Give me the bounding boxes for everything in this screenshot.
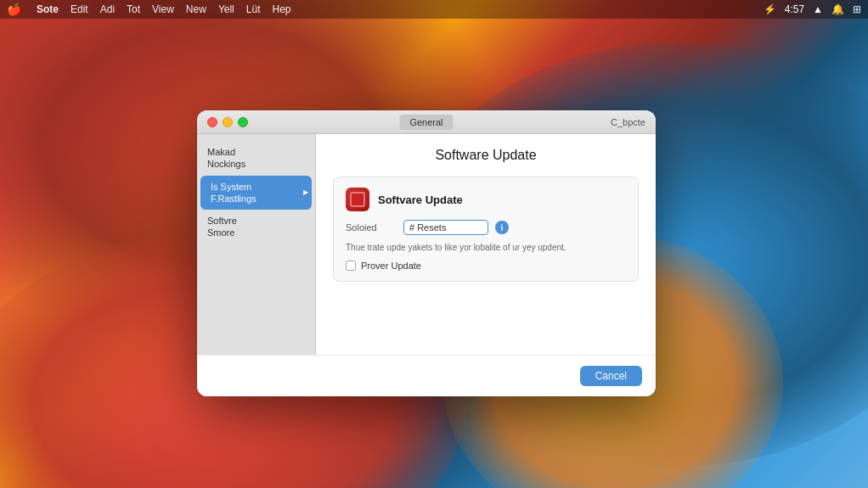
menubar-battery-icon: ⚡ (764, 3, 776, 15)
menubar-time: 4:57 (785, 3, 804, 15)
menubar: 🍎 Sote Edit Adi Tot View New Yell Lüt He… (0, 0, 868, 19)
desktop: 🍎 Sote Edit Adi Tot View New Yell Lüt He… (0, 0, 868, 488)
sidebar-item-system[interactable]: Is SystemF.Rastlings (200, 176, 312, 210)
menubar-wifi-icon: ▲ (813, 3, 823, 15)
update-app-title: Softvare Update (378, 194, 463, 206)
sidebar-item-softvre[interactable]: SoftvreSmore (197, 210, 315, 244)
menu-item-yell[interactable]: Yell (218, 3, 234, 15)
sidebar: MakadNockings Is SystemF.Rastlings Softv… (197, 134, 316, 355)
apple-menu-icon[interactable]: 🍎 (7, 3, 21, 16)
menu-item-lut[interactable]: Lüt (246, 3, 261, 15)
window-footer: Cancel (197, 355, 656, 396)
minimize-button[interactable] (223, 117, 233, 127)
update-section: Softvare Update Soloied i Thue trate upd… (333, 177, 639, 282)
menu-item-adi[interactable]: Adi (100, 3, 115, 15)
menubar-left: 🍎 Sote Edit Adi Tot View New Yell Lüt He… (7, 3, 291, 16)
menu-item-tot[interactable]: Tot (127, 3, 140, 15)
update-header: Softvare Update (346, 188, 626, 211)
tab-general[interactable]: General (399, 115, 453, 130)
system-preferences-window: System General C_bpcte MakadNockings Is … (197, 110, 656, 396)
update-app-icon (346, 188, 369, 211)
menubar-control-center-icon[interactable]: ⊞ (853, 3, 861, 15)
section-title: Software Update (333, 148, 639, 163)
window-body: MakadNockings Is SystemF.Rastlings Softv… (197, 134, 656, 355)
source-label: Soloied (346, 222, 397, 233)
source-row: Soloied i (346, 220, 626, 235)
window-titlebar: System General C_bpcte (197, 110, 656, 134)
main-content: Software Update Softvare Update Soloied … (316, 134, 656, 355)
checkbox-row: Prover Update (346, 261, 626, 271)
sidebar-item-makad-label: MakadNockings (207, 146, 245, 171)
menu-item-hep[interactable]: Hep (272, 3, 290, 15)
prover-update-label: Prover Update (361, 261, 421, 271)
maximize-button[interactable] (238, 117, 248, 127)
sidebar-item-system-label: Is SystemF.Rastlings (211, 181, 256, 205)
tab-cbpcte[interactable]: C_bpcte (611, 117, 645, 127)
update-description: Thue trate upde yakets to like yor lobal… (346, 242, 626, 254)
source-input[interactable] (403, 220, 488, 235)
menu-item-view[interactable]: View (152, 3, 174, 15)
menubar-notification-icon: 🔔 (831, 3, 844, 15)
info-icon[interactable]: i (495, 221, 509, 234)
traffic-lights (207, 117, 248, 127)
update-icon-inner (350, 192, 365, 207)
menu-item-sote[interactable]: Sote (37, 3, 59, 15)
sidebar-item-makad[interactable]: MakadNockings (197, 141, 315, 176)
menubar-right: ⚡ 4:57 ▲ 🔔 ⊞ (764, 3, 861, 15)
cancel-button[interactable]: Cancel (580, 366, 642, 386)
menu-item-new[interactable]: New (186, 3, 206, 15)
close-button[interactable] (207, 117, 217, 127)
sidebar-item-softvre-label: SoftvreSmore (207, 215, 237, 239)
menu-item-edit[interactable]: Edit (70, 3, 88, 15)
prover-update-checkbox[interactable] (346, 261, 356, 271)
